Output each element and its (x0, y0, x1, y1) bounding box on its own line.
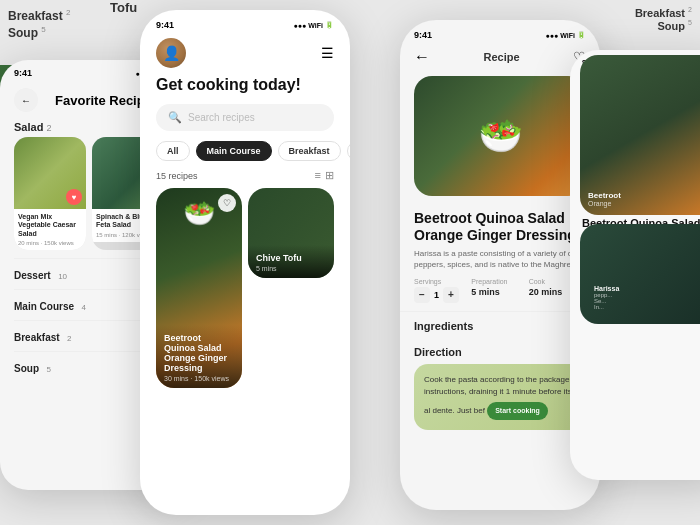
maincourse-label: Main Course (14, 301, 74, 312)
phone-right: 9:41 ●●● 🔋 ← Recipe ♡ 🥗 Beetroot Quinoa … (570, 50, 700, 480)
direction-title: Direction (414, 346, 462, 358)
recipe-nav-header: ← Recipe ♡ (400, 44, 600, 70)
back-button-right[interactable]: ← (582, 75, 602, 95)
breakfast-label: Breakfast (14, 332, 60, 343)
beetroot-card-name: Beetroot Quinoa Salad Orange Ginger Dres… (164, 333, 234, 373)
right-nav-header: ← Recipe ♡ (570, 71, 700, 99)
servings-plus-button[interactable]: + (443, 287, 459, 303)
tab-breakfast[interactable]: Breakfast (278, 141, 341, 161)
beetroot-card-meta: 30 mins · 150k views (164, 375, 234, 382)
start-cooking-button[interactable]: Start cooking (487, 402, 548, 421)
salad-count: 2 (46, 123, 51, 133)
soup-count: 5 (46, 365, 50, 374)
search-icon: 🔍 (168, 111, 182, 124)
recipe-page-title: Recipe (483, 51, 519, 63)
greeting-text: Get cooking today! (140, 76, 350, 104)
right-page-title: Recipe (638, 80, 671, 91)
soup-label: Soup (14, 363, 39, 374)
filter-tabs: All Main Course Breakfast Soup (140, 141, 350, 169)
search-bar[interactable]: 🔍 Search recipes (156, 104, 334, 131)
fav-title: Favorite Recipe (55, 93, 152, 108)
main-top-header: 👤 ☰ (140, 34, 350, 76)
chive-overlay: Chive Tofu 5 mins (248, 245, 334, 278)
tr-soup-label: Soup (658, 19, 686, 31)
search-placeholder: Search recipes (188, 112, 255, 123)
recipe-hero-image: 🥗 (414, 76, 586, 196)
float-labels: Breakfast 2 Soup 5 (8, 8, 71, 40)
status-bar-main: 9:41 ●●● WiFi 🔋 (140, 10, 350, 34)
float-soup-label: Soup (8, 26, 38, 40)
float-soup-count: 5 (41, 25, 45, 34)
tr-breakfast-label: Breakfast (635, 7, 685, 19)
vegan-card-meta: 20 mins · 150k views (18, 240, 82, 246)
time-recipe: 9:41 (414, 30, 432, 40)
servings-value: 1 (434, 290, 439, 300)
fav-button-beetroot[interactable]: ♡ (218, 194, 236, 212)
vegan-card-name: Vegan Mix Vegetable Caesar Salad (18, 213, 82, 238)
breakfast-count: 2 (67, 334, 71, 343)
tofu-label: Tofu (110, 0, 137, 15)
chive-card-name: Chive Tofu (256, 253, 326, 263)
recipe-card-chive[interactable]: Chive Tofu 5 mins (248, 188, 334, 278)
dessert-label: Dessert (14, 270, 51, 281)
prep-label: Preparation (471, 278, 528, 285)
right-recipe-title: Beetroot Quinoa Salad Orange Ginger Dres… (570, 211, 700, 246)
back-button-recipe[interactable]: ← (414, 48, 430, 66)
phone-main: 9:41 ●●● WiFi 🔋 👤 ☰ Get cooking today! 🔍… (140, 10, 350, 515)
recipe-card-beetroot[interactable]: 🥗 ♡ Beetroot Quinoa Salad Orange Ginger … (156, 188, 242, 388)
direction-content: Cook the pasta according to the package … (414, 364, 586, 431)
status-bar-recipe: 9:41 ●●● WiFi 🔋 (400, 20, 600, 44)
servings-minus-button[interactable]: − (414, 287, 430, 303)
prep-value: 5 mins (471, 287, 528, 297)
tab-all[interactable]: All (156, 141, 190, 161)
tofu-label-area: Tofu (110, 0, 137, 15)
time-right: 9:41 (582, 58, 598, 67)
heart-icon-vegan: ♥ (66, 189, 82, 205)
float-breakfast-label: Breakfast (8, 9, 63, 23)
status-bar-right: 9:41 ●●● 🔋 (570, 50, 700, 71)
dessert-count: 10 (58, 272, 67, 281)
tab-soup[interactable]: Soup (347, 141, 350, 161)
maincourse-count: 4 (81, 303, 85, 312)
list-view-icon[interactable]: ≡ (315, 169, 321, 182)
beetroot-overlay: Beetroot Quinoa Salad Orange Ginger Dres… (156, 325, 242, 388)
menu-icon[interactable]: ☰ (321, 45, 334, 61)
recipes-grid: 🥗 ♡ Beetroot Quinoa Salad Orange Ginger … (140, 188, 350, 388)
vegan-salad-image: ♥ (14, 137, 86, 209)
right-hero-image: 🥗 (582, 105, 700, 205)
right-recipe-desc: Harissa is a paste consisting of chili p… (570, 246, 700, 279)
salad-label: Salad (14, 121, 43, 133)
servings-stat: Servings − 1 + (414, 278, 471, 303)
time-main: 9:41 (156, 20, 174, 30)
view-controls: 15 recipes ≡ ⊞ (140, 169, 350, 188)
time-fav: 9:41 (14, 68, 32, 78)
servings-label: Servings (414, 278, 471, 285)
ingredients-title: Ingredients (414, 320, 473, 332)
back-button-fav[interactable]: ← (14, 88, 38, 112)
recipe-card-vegan[interactable]: ♥ Vegan Mix Vegetable Caesar Salad 20 mi… (14, 137, 86, 250)
user-avatar[interactable]: 👤 (156, 38, 186, 68)
recipes-count: 15 recipes (156, 171, 198, 181)
grid-view-icon[interactable]: ⊞ (325, 169, 334, 182)
preparation-stat: Preparation 5 mins (471, 278, 528, 303)
float-breakfast-count: 2 (66, 8, 70, 17)
tab-maincourse[interactable]: Main Course (196, 141, 272, 161)
